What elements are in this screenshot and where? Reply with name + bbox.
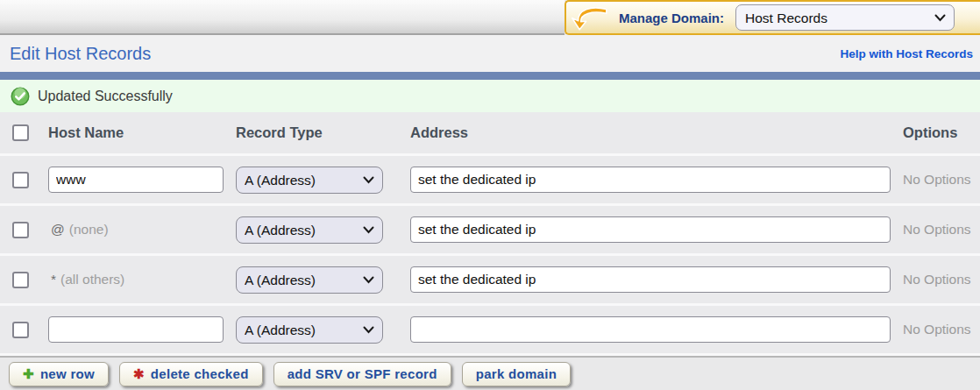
add-srv-spf-button[interactable]: add SRV or SPF record xyxy=(273,362,451,386)
host-name-input[interactable] xyxy=(48,316,224,343)
check-circle-icon xyxy=(11,87,30,106)
address-input[interactable] xyxy=(410,216,891,243)
action-bar: ✚ new row ✱ delete checked add SRV or SP… xyxy=(0,356,980,390)
help-link[interactable]: Help with Host Records xyxy=(840,47,973,60)
column-header-record-type: Record Type xyxy=(228,124,400,141)
address-input[interactable] xyxy=(410,167,891,193)
record-type-select[interactable]: A (Address) xyxy=(236,316,383,344)
record-type-select[interactable]: A (Address) xyxy=(236,167,383,194)
address-input[interactable] xyxy=(410,316,891,343)
title-bar: Edit Host Records Help with Host Records xyxy=(0,35,980,72)
options-label: No Options xyxy=(903,222,971,237)
page-title: Edit Host Records xyxy=(10,44,151,64)
row-checkbox[interactable] xyxy=(12,172,29,188)
new-row-button[interactable]: ✚ new row xyxy=(9,362,109,386)
plus-icon: ✚ xyxy=(23,366,34,382)
status-banner: Updated Successfully xyxy=(0,80,980,112)
park-domain-button[interactable]: park domain xyxy=(462,362,572,386)
divider-bar xyxy=(0,72,980,80)
row-checkbox[interactable] xyxy=(12,222,29,238)
options-label: No Options xyxy=(903,272,971,287)
top-bar: Manage Domain: Host Records xyxy=(0,0,980,35)
options-label: No Options xyxy=(903,322,971,337)
top-bar-spacer xyxy=(0,0,565,35)
row-checkbox[interactable] xyxy=(12,322,29,338)
manage-domain-panel: Manage Domain: Host Records xyxy=(565,0,980,35)
table-header-row: Host Name Record Type Address Options xyxy=(0,112,980,156)
host-record-row: A (Address) No Options xyxy=(0,306,980,356)
manage-domain-label: Manage Domain: xyxy=(619,11,724,25)
curved-arrow-icon xyxy=(566,4,612,33)
status-message: Updated Successfully xyxy=(38,89,173,104)
select-all-checkbox[interactable] xyxy=(12,124,29,141)
column-header-options: Options xyxy=(896,124,980,141)
manage-domain-select[interactable]: Host Records xyxy=(735,4,955,31)
column-header-address: Address xyxy=(400,124,896,141)
record-type-select[interactable]: A (Address) xyxy=(236,266,383,294)
host-record-row: A (Address) No Options xyxy=(0,156,980,206)
address-input[interactable] xyxy=(410,266,891,293)
host-record-row: *(all others) A (Address) No Options xyxy=(0,256,980,306)
column-header-host-name: Host Name xyxy=(39,124,228,141)
row-checkbox[interactable] xyxy=(12,272,29,288)
host-name-input[interactable] xyxy=(48,167,224,193)
delete-asterisk-icon: ✱ xyxy=(133,366,145,382)
host-name-static: @(none) xyxy=(48,222,109,237)
host-name-static: *(all others) xyxy=(48,272,124,287)
options-label: No Options xyxy=(903,172,971,187)
host-record-row: @(none) A (Address) No Options xyxy=(0,206,980,256)
record-type-select[interactable]: A (Address) xyxy=(236,216,383,244)
delete-checked-button[interactable]: ✱ delete checked xyxy=(119,362,263,386)
